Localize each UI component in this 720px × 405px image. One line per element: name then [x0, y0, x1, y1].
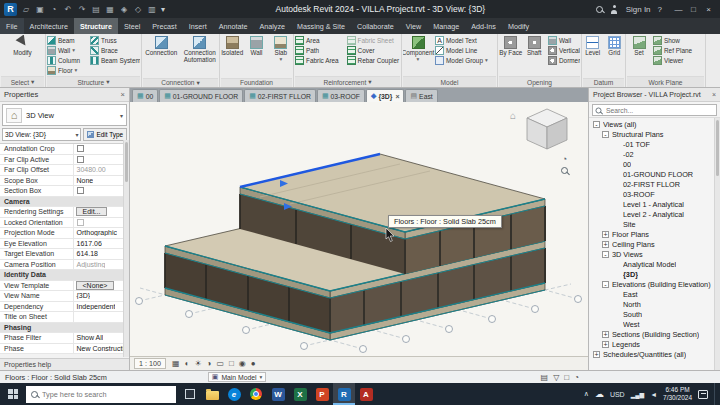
- property-row[interactable]: Scope Box None: [0, 176, 129, 187]
- crop-view-icon[interactable]: ▭: [216, 359, 224, 368]
- ribbon-tab[interactable]: Collaborate: [351, 18, 400, 34]
- redo-icon[interactable]: ↷: [77, 5, 87, 14]
- ribbon-button[interactable]: Wall: [548, 35, 580, 45]
- ribbon-tab[interactable]: Annotate: [213, 18, 254, 34]
- view-tab[interactable]: 02-FIRST FLLOR: [244, 89, 316, 102]
- ribbon-button[interactable]: Set: [627, 35, 651, 75]
- properties-filter-dropdown[interactable]: 3D View: {3D} ▾: [2, 128, 81, 141]
- filter-icon[interactable]: ▽: [553, 373, 559, 382]
- volume-icon[interactable]: ◄: [650, 391, 657, 398]
- tree-expander-icon[interactable]: -: [593, 121, 600, 128]
- taskbar-clock[interactable]: 6:46 PM 7/30/2024: [663, 386, 692, 402]
- browser-tree-item[interactable]: 03-ROOF: [589, 189, 720, 199]
- ribbon-button[interactable]: Shaft: [523, 35, 547, 75]
- properties-help-link[interactable]: Properties help: [0, 358, 129, 370]
- property-row[interactable]: View Template <None>: [0, 281, 129, 292]
- ribbon-tab[interactable]: Add-Ins: [465, 18, 502, 34]
- close-properties-icon[interactable]: ×: [121, 90, 125, 99]
- browser-tree-item[interactable]: -02: [589, 149, 720, 159]
- ribbon-button[interactable]: Slab ▾: [270, 35, 292, 75]
- property-row[interactable]: Identity Data: [0, 270, 129, 281]
- edit-type-button[interactable]: Edit Type: [83, 128, 127, 141]
- taskbar-app-slot[interactable]: [201, 383, 223, 405]
- tree-expander-icon[interactable]: -: [602, 131, 609, 138]
- tree-expander-icon[interactable]: +: [593, 351, 600, 358]
- view-cube[interactable]: [520, 106, 574, 152]
- ribbon-button[interactable]: Cover: [347, 45, 400, 55]
- show-desktop-button[interactable]: [714, 383, 718, 405]
- taskbar-app-slot[interactable]: R: [333, 383, 355, 405]
- taskbar-app-slot[interactable]: P: [311, 383, 333, 405]
- close-browser-icon[interactable]: ×: [712, 91, 716, 98]
- browser-scrollbar[interactable]: [714, 118, 720, 370]
- ribbon-tab[interactable]: View: [400, 18, 427, 34]
- ribbon-tab[interactable]: Massing & Site: [291, 18, 351, 34]
- select-toggle-icon[interactable]: □: [564, 373, 569, 382]
- reveal-hidden-icon[interactable]: ●: [251, 359, 256, 368]
- browser-tree-item[interactable]: 02-FIRST FLLOR: [589, 179, 720, 189]
- ribbon-tab[interactable]: Steel: [118, 18, 146, 34]
- panel-label-select[interactable]: Select▾: [1, 76, 44, 87]
- browser-tree-item[interactable]: + Schedules/Quantities (all): [589, 349, 720, 359]
- checkbox[interactable]: [77, 145, 84, 152]
- view-tab[interactable]: {3D} ×: [366, 89, 404, 102]
- shadows-icon[interactable]: ◑: [207, 359, 212, 368]
- sun-path-icon[interactable]: ☀: [194, 359, 201, 368]
- ribbon-button[interactable]: Dormer: [548, 55, 580, 65]
- ribbon-tab[interactable]: Insert: [183, 18, 213, 34]
- ribbon-button[interactable]: Beam System: [90, 55, 140, 65]
- search-icon[interactable]: [596, 6, 603, 13]
- sync-icon[interactable]: ◔: [49, 5, 59, 14]
- property-row[interactable]: Far Clip Offset 30480.00: [0, 165, 129, 176]
- taskbar-app-slot[interactable]: X: [289, 383, 311, 405]
- ribbon-button[interactable]: Connection Automation: [182, 35, 219, 75]
- panel-label-connection[interactable]: Connection▾: [143, 78, 218, 87]
- property-row[interactable]: Rendering Settings Edit...: [0, 207, 129, 218]
- browser-tree-item[interactable]: - Views (all): [589, 119, 720, 129]
- property-row[interactable]: Camera Position Adjusting: [0, 260, 129, 271]
- ribbon-button[interactable]: Rebar Coupler: [347, 55, 400, 65]
- ribbon-tab[interactable]: Modify: [502, 18, 535, 34]
- onedrive-icon[interactable]: ☁: [595, 389, 604, 399]
- checkbox[interactable]: [77, 187, 84, 194]
- property-row[interactable]: Title on Sheet: [0, 312, 129, 323]
- browser-tree-item[interactable]: East: [589, 289, 720, 299]
- view-tab[interactable]: 00: [132, 89, 158, 102]
- maximize-button[interactable]: [686, 5, 701, 14]
- checkbox[interactable]: [77, 219, 84, 226]
- browser-tree-item[interactable]: South: [589, 309, 720, 319]
- ribbon-button[interactable]: Model Line: [435, 45, 495, 55]
- ribbon-button[interactable]: Show: [653, 35, 703, 45]
- open-icon[interactable]: ▱: [21, 5, 31, 14]
- browser-tree-item[interactable]: + Sections (Building Section): [589, 329, 720, 339]
- ribbon-button[interactable]: Model Text: [435, 35, 495, 45]
- tree-expander-icon[interactable]: -: [602, 251, 609, 258]
- property-row[interactable]: Target Elevation 614.18: [0, 249, 129, 260]
- property-row[interactable]: Projection Mode Orthographic: [0, 228, 129, 239]
- hidden-icons-chevron[interactable]: ∧: [584, 390, 589, 398]
- property-row[interactable]: Phase Filter Show All: [0, 333, 129, 344]
- browser-tree-item[interactable]: 00: [589, 159, 720, 169]
- ribbon-button[interactable]: Ref Plane: [653, 45, 703, 55]
- property-row[interactable]: Section Box: [0, 186, 129, 197]
- ribbon-button[interactable]: Wall ▾: [47, 45, 88, 55]
- ribbon-button[interactable]: Area: [295, 35, 345, 45]
- browser-tree-item[interactable]: Level 2 - Analytical: [589, 209, 720, 219]
- panel-label-reinforcement[interactable]: Reinforcement▾: [295, 76, 400, 87]
- background-process-icon[interactable]: ◔: [574, 373, 579, 382]
- measure-icon[interactable]: ▦: [105, 5, 115, 14]
- browser-tree-item[interactable]: Level 1 - Analytical: [589, 199, 720, 209]
- print-icon[interactable]: ▤: [91, 5, 101, 14]
- ribbon-button[interactable]: Column: [47, 55, 88, 65]
- ribbon-tab[interactable]: Manage: [427, 18, 465, 34]
- browser-tree-item[interactable]: -01 TOF: [589, 139, 720, 149]
- design-options-dropdown[interactable]: ▣ Main Model ▾: [208, 372, 267, 382]
- browser-tree-item[interactable]: Site: [589, 219, 720, 229]
- browser-tree-item[interactable]: - 3D Views: [589, 249, 720, 259]
- ribbon-button[interactable]: Wall: [245, 35, 267, 75]
- close-tab-icon[interactable]: ×: [395, 93, 399, 100]
- browser-tree-item[interactable]: - Structural Plans: [589, 129, 720, 139]
- taskbar-app-slot[interactable]: [179, 383, 201, 405]
- ribbon-button[interactable]: Grid: [605, 35, 625, 75]
- ribbon-button[interactable]: Model Group ▾: [435, 55, 495, 65]
